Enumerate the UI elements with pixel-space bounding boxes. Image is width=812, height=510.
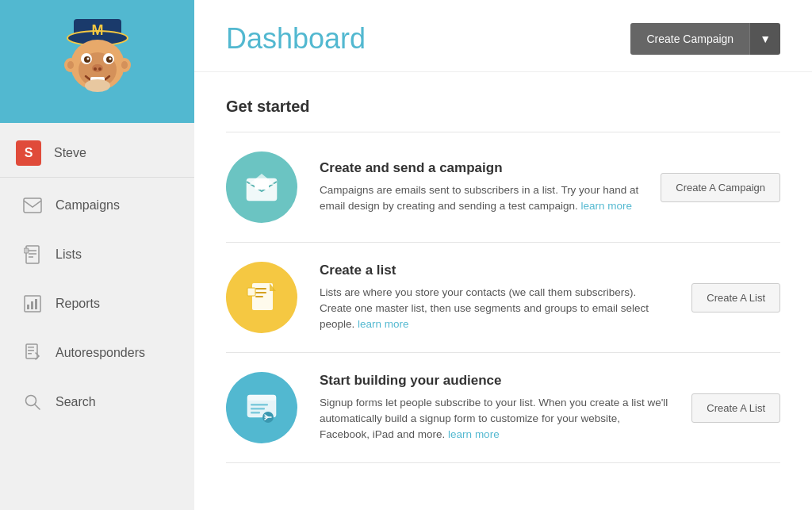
sidebar: M [0,0,194,510]
campaign-icon [226,151,297,223]
campaign-learn-more-link[interactable]: learn more [580,200,632,212]
svg-rect-45 [247,395,276,401]
card-campaign-action: Create A Campaign [661,173,780,202]
content-area: Get started Create and send a campaign C… [194,72,812,489]
card-build-audience: Start building your audience Signup form… [226,352,780,463]
svg-rect-21 [24,198,41,213]
svg-rect-42 [255,296,263,297]
svg-point-20 [85,79,110,92]
nav-items: S Steve Campaigns [0,123,194,510]
svg-rect-33 [28,350,34,351]
create-campaign-btn-group: Create Campaign ▼ [630,23,780,55]
autoresponders-icon [22,343,43,363]
card-list-action: Create A List [691,283,780,313]
reports-label: Reports [56,297,100,311]
svg-rect-26 [24,248,29,253]
svg-point-12 [92,64,103,72]
svg-rect-48 [251,412,260,414]
mailchimp-logo: M [54,16,141,107]
sidebar-item-search[interactable]: Search [0,378,194,427]
svg-rect-34 [28,353,32,355]
sidebar-item-autoresponders[interactable]: Autoresponders [0,328,194,378]
search-label: Search [56,395,96,409]
list-learn-more-link[interactable]: learn more [358,318,409,330]
card-list-title: Create a list [320,263,669,278]
campaigns-label: Campaigns [56,198,120,213]
card-campaign-desc: Campaigns are emails sent to subscribers… [320,182,638,215]
svg-rect-47 [251,408,265,410]
svg-point-13 [94,67,97,71]
svg-line-36 [35,405,40,409]
card-campaign-title: Create and send a campaign [320,160,638,176]
svg-rect-46 [251,404,268,406]
audience-icon [226,372,297,443]
lists-label: Lists [56,247,82,262]
user-avatar: S [16,140,41,166]
card-list-body: Create a list Lists are where you store … [320,263,669,333]
create-campaign-button[interactable]: Create Campaign [630,23,749,55]
svg-point-10 [86,58,89,60]
card-audience-title: Start building your audience [320,373,669,389]
card-audience-action: Create A List [691,393,780,423]
svg-point-18 [67,61,74,69]
svg-rect-40 [255,288,266,290]
svg-rect-38 [255,178,269,190]
card-audience-body: Start building your audience Signup form… [320,373,669,443]
svg-rect-32 [28,347,34,348]
card-create-campaign: Create and send a campaign Campaigns are… [226,132,780,242]
reports-icon [22,293,43,314]
sidebar-item-reports[interactable]: Reports [0,279,194,328]
svg-point-19 [121,61,128,69]
mail-icon [22,195,43,216]
list-icon [22,244,43,265]
list-icon [226,262,297,333]
svg-point-11 [109,58,111,60]
svg-rect-31 [26,344,37,359]
create-a-list-button-2[interactable]: Create A List [691,393,780,423]
svg-point-14 [98,67,102,71]
card-list-desc: Lists are where you store your contacts … [320,285,669,333]
svg-rect-29 [31,301,33,309]
logo-area: M [0,0,194,123]
sidebar-item-user[interactable]: S Steve [0,129,194,178]
card-audience-desc: Signup forms let people subscribe to you… [320,395,669,443]
create-campaign-dropdown-button[interactable]: ▼ [749,23,780,55]
audience-learn-more-link[interactable]: learn more [448,428,500,440]
get-started-title: Get started [226,98,780,116]
svg-rect-43 [247,288,255,296]
svg-rect-30 [35,299,37,309]
page-title: Dashboard [226,22,366,56]
search-icon [22,392,43,412]
sidebar-item-lists[interactable]: Lists [0,230,194,279]
create-a-campaign-button[interactable]: Create A Campaign [661,173,780,202]
svg-rect-41 [255,292,266,293]
svg-rect-28 [27,305,29,309]
sidebar-item-campaigns[interactable]: Campaigns [0,181,194,230]
create-a-list-button-1[interactable]: Create A List [691,283,780,313]
main-content: Dashboard Create Campaign ▼ Get started … [194,0,812,510]
card-campaign-body: Create and send a campaign Campaigns are… [320,160,638,215]
header: Dashboard Create Campaign ▼ [194,0,812,72]
user-name: Steve [54,146,86,160]
card-create-list: Create a list Lists are where you store … [226,242,780,352]
autoresponders-label: Autoresponders [56,346,145,360]
